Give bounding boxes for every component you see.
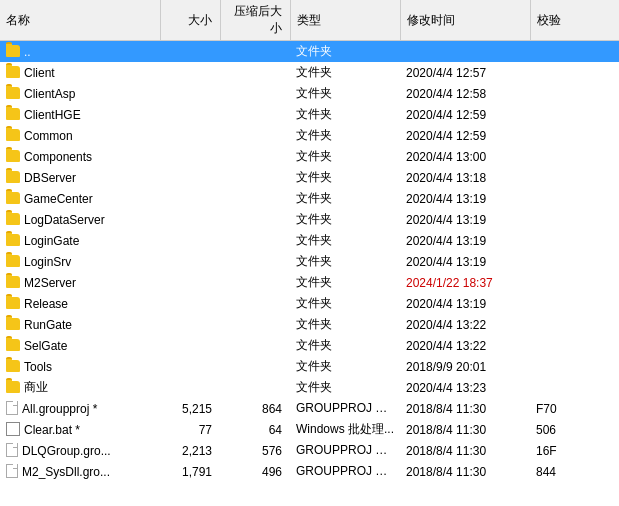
compressed-size	[220, 146, 290, 167]
file-icon	[6, 443, 18, 457]
compressed-size	[220, 335, 290, 356]
checksum	[530, 104, 619, 125]
modified-time: 2020/4/4 13:18	[400, 167, 530, 188]
file-size	[160, 188, 220, 209]
file-size	[160, 167, 220, 188]
modified-time: 2020/4/4 12:57	[400, 62, 530, 83]
file-size	[160, 356, 220, 377]
file-type: 文件夹	[290, 104, 400, 125]
folder-icon	[6, 339, 20, 351]
table-row[interactable]: LoginSrv文件夹2020/4/4 13:19	[0, 251, 619, 272]
file-size	[160, 251, 220, 272]
file-name: Tools	[0, 356, 160, 377]
file-type: GROUPPROJ 文件	[290, 398, 400, 419]
checksum	[530, 314, 619, 335]
table-row[interactable]: RunGate文件夹2020/4/4 13:22	[0, 314, 619, 335]
folder-icon	[6, 381, 20, 393]
file-type: 文件夹	[290, 167, 400, 188]
compressed-size: 64	[220, 419, 290, 440]
col-header-compressed[interactable]: 压缩后大小	[220, 0, 290, 41]
table-row[interactable]: Components文件夹2020/4/4 13:00	[0, 146, 619, 167]
col-header-size[interactable]: 大小	[160, 0, 220, 41]
modified-time: 2020/4/4 12:59	[400, 125, 530, 146]
table-row[interactable]: All.groupproj *5,215864GROUPPROJ 文件2018/…	[0, 398, 619, 419]
file-list[interactable]: 名称 大小 压缩后大小 类型 修改时间 校验 ..文件夹Client文件夹202…	[0, 0, 619, 506]
table-row[interactable]: LoginGate文件夹2020/4/4 13:19	[0, 230, 619, 251]
modified-time: 2020/4/4 13:23	[400, 377, 530, 398]
modified-time: 2018/9/9 20:01	[400, 356, 530, 377]
compressed-size	[220, 125, 290, 146]
compressed-size	[220, 314, 290, 335]
table-header: 名称 大小 压缩后大小 类型 修改时间 校验	[0, 0, 619, 41]
table-row[interactable]: Client文件夹2020/4/4 12:57	[0, 62, 619, 83]
checksum: 844	[530, 461, 619, 482]
modified-time: 2018/8/4 11:30	[400, 440, 530, 461]
folder-icon	[6, 129, 20, 141]
table-row[interactable]: ..文件夹	[0, 41, 619, 63]
folder-icon	[6, 87, 20, 99]
folder-icon	[6, 297, 20, 309]
folder-icon	[6, 360, 20, 372]
compressed-size	[220, 272, 290, 293]
modified-time: 2018/8/4 11:30	[400, 398, 530, 419]
folder-icon	[6, 318, 20, 330]
file-type: GROUPPROJ 文件	[290, 440, 400, 461]
folder-icon	[6, 276, 20, 288]
file-name: Common	[0, 125, 160, 146]
table-row[interactable]: DBServer文件夹2020/4/4 13:18	[0, 167, 619, 188]
file-size	[160, 293, 220, 314]
modified-time: 2020/4/4 13:19	[400, 230, 530, 251]
compressed-size	[220, 167, 290, 188]
file-name: ..	[0, 41, 160, 63]
compressed-size	[220, 356, 290, 377]
table-row[interactable]: M2_SysDll.gro...1,791496GROUPPROJ 文件2018…	[0, 461, 619, 482]
checksum	[530, 251, 619, 272]
file-type: 文件夹	[290, 335, 400, 356]
table-row[interactable]: LogDataServer文件夹2020/4/4 13:19	[0, 209, 619, 230]
checksum	[530, 125, 619, 146]
file-size	[160, 314, 220, 335]
checksum	[530, 209, 619, 230]
file-name: 商业	[0, 377, 160, 398]
folder-icon	[6, 192, 20, 204]
folder-icon	[6, 150, 20, 162]
compressed-size: 496	[220, 461, 290, 482]
table-row[interactable]: Common文件夹2020/4/4 12:59	[0, 125, 619, 146]
table-row[interactable]: Tools文件夹2018/9/9 20:01	[0, 356, 619, 377]
folder-icon	[6, 255, 20, 267]
file-size: 77	[160, 419, 220, 440]
table-row[interactable]: 商业文件夹2020/4/4 13:23	[0, 377, 619, 398]
checksum	[530, 41, 619, 63]
file-type: 文件夹	[290, 293, 400, 314]
table-row[interactable]: Release文件夹2020/4/4 13:19	[0, 293, 619, 314]
folder-icon	[6, 45, 20, 57]
col-header-type[interactable]: 类型	[290, 0, 400, 41]
modified-time: 2018/8/4 11:30	[400, 461, 530, 482]
table-row[interactable]: SelGate文件夹2020/4/4 13:22	[0, 335, 619, 356]
table-row[interactable]: GameCenter文件夹2020/4/4 13:19	[0, 188, 619, 209]
file-type: Windows 批处理...	[290, 419, 400, 440]
file-type: 文件夹	[290, 62, 400, 83]
col-header-name[interactable]: 名称	[0, 0, 160, 41]
compressed-size	[220, 62, 290, 83]
file-name: Release	[0, 293, 160, 314]
table-row[interactable]: DLQGroup.gro...2,213576GROUPPROJ 文件2018/…	[0, 440, 619, 461]
file-size	[160, 125, 220, 146]
table-row[interactable]: Clear.bat *7764Windows 批处理...2018/8/4 11…	[0, 419, 619, 440]
table-row[interactable]: M2Server文件夹2024/1/22 18:37	[0, 272, 619, 293]
modified-time: 2020/4/4 13:19	[400, 188, 530, 209]
col-header-modified[interactable]: 修改时间	[400, 0, 530, 41]
file-name: DLQGroup.gro...	[0, 440, 160, 461]
file-type: 文件夹	[290, 188, 400, 209]
file-type: 文件夹	[290, 230, 400, 251]
file-size	[160, 335, 220, 356]
table-row[interactable]: ClientAsp文件夹2020/4/4 12:58	[0, 83, 619, 104]
file-name: M2Server	[0, 272, 160, 293]
compressed-size: 576	[220, 440, 290, 461]
col-header-checksum[interactable]: 校验	[530, 0, 619, 41]
file-name: ClientAsp	[0, 83, 160, 104]
file-size	[160, 62, 220, 83]
table-row[interactable]: ClientHGE文件夹2020/4/4 12:59	[0, 104, 619, 125]
checksum	[530, 146, 619, 167]
file-type: GROUPPROJ 文件	[290, 461, 400, 482]
